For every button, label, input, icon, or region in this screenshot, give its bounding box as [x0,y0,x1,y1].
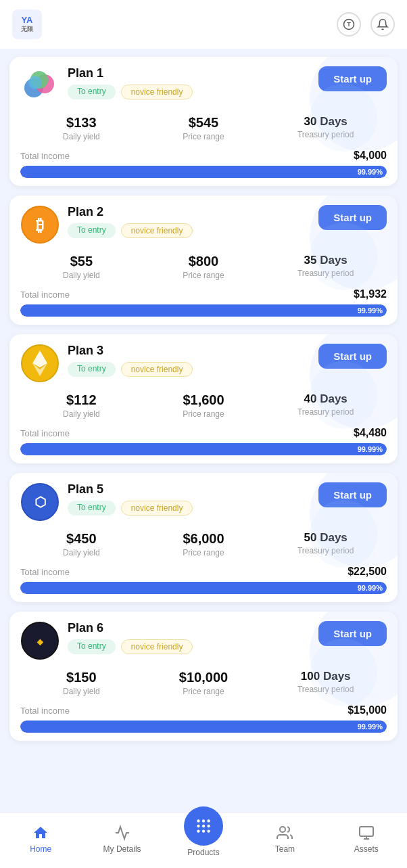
my-details-icon [113,823,132,842]
daily-yield-value-plan1: $133 [66,115,97,131]
total-income-label-plan1: Total income [20,151,70,161]
chat-icon[interactable]: T [337,12,361,37]
plan-icon-plan5: ⬡ [20,482,59,522]
treasury-label-plan5: Treasury period [297,546,354,555]
plan-icon-plan1 [20,66,59,106]
plan-name-plan3: Plan 3 [68,344,310,358]
team-icon [275,823,294,842]
svg-point-24 [280,827,285,832]
progress-fill-plan5: 99.99% [20,582,387,594]
stat-daily-yield-plan1: $133 Daily yield [20,115,143,141]
startup-button-plan1[interactable]: Start up [318,66,387,91]
price-range-value-plan5: $6,000 [183,531,224,547]
nav-label-home: Home [30,844,51,854]
progress-text-plan3: 99.99% [358,445,383,453]
plan-card-plan6: ⬥ Plan 6 To entry novice friendly Start … [9,612,398,741]
plan-icon-plan3 [20,344,59,383]
plan-header-plan1: Plan 1 To entry novice friendly [68,66,310,99]
total-income-row-plan6: Total income $15,000 [20,704,387,716]
startup-button-plan5[interactable]: Start up [318,482,387,507]
progress-fill-plan6: 99.99% [20,721,387,733]
svg-text:₿: ₿ [36,216,44,234]
nav-item-team[interactable]: Team [244,823,325,854]
treasury-value-plan3: 40 Days [304,392,348,406]
total-income-value-plan5: $22,500 [348,566,387,578]
price-range-label-plan2: Price range [183,271,224,280]
price-range-label-plan3: Price range [183,409,224,419]
assets-icon [357,823,376,842]
startup-button-plan6[interactable]: Start up [318,621,387,646]
stat-treasury-plan6: 100 Days Treasury period [264,670,387,696]
plan-name-plan6: Plan 6 [68,621,310,635]
svg-rect-25 [360,827,373,836]
plan-card-plan2: ₿ Plan 2 To entry novice friendly Start … [9,196,398,325]
plan-stats-plan6: $150 Daily yield $10,000 Price range 100… [20,670,387,696]
plan-name-plan1: Plan 1 [68,66,310,81]
plan-card-plan5: ⬡ Plan 5 To entry novice friendly Start … [9,473,398,602]
treasury-value-plan2: 35 Days [304,254,348,267]
badge-entry-plan1: To entry [68,85,116,99]
svg-point-19 [202,825,205,827]
header: YA 无限 T [0,0,407,49]
total-income-value-plan3: $4,480 [354,427,387,439]
total-income-label-plan3: Total income [20,428,70,438]
daily-yield-label-plan6: Daily yield [63,687,100,696]
plan-icon-plan6: ⬥ [20,621,59,660]
startup-button-plan3[interactable]: Start up [318,344,387,369]
nav-item-products[interactable]: Products [163,820,244,857]
header-icons: T [337,12,395,37]
svg-point-5 [28,76,42,89]
svg-point-21 [197,829,199,832]
stat-price-range-plan6: $10,000 Price range [143,670,265,696]
treasury-value-plan1: 30 Days [304,115,348,129]
startup-button-plan2[interactable]: Start up [318,205,387,230]
svg-text:T: T [347,21,351,28]
svg-point-18 [197,825,199,827]
nav-label-products: Products [187,848,219,857]
price-range-value-plan1: $545 [189,115,219,131]
svg-point-23 [207,829,210,832]
plan-header-plan3: Plan 3 To entry novice friendly [68,344,310,377]
plan-badges-plan1: To entry novice friendly [68,85,310,99]
plan-badges-plan6: To entry novice friendly [68,639,310,654]
treasury-label-plan6: Treasury period [297,685,354,694]
stat-price-range-plan3: $1,600 Price range [143,392,265,419]
price-range-value-plan6: $10,000 [179,670,228,685]
svg-text:⬥: ⬥ [36,633,44,648]
plan-icon-plan2: ₿ [20,205,59,244]
total-income-row-plan2: Total income $1,932 [20,288,387,300]
stat-treasury-plan3: 40 Days Treasury period [264,392,387,419]
nav-item-home[interactable]: Home [0,823,81,854]
total-income-row-plan5: Total income $22,500 [20,566,387,578]
total-income-row-plan1: Total income $4,000 [20,150,387,162]
svg-point-17 [207,819,210,822]
plan-card-plan3: Plan 3 To entry novice friendly Start up… [9,334,398,463]
bell-icon[interactable] [370,12,395,37]
home-icon [31,823,50,842]
progress-bar-plan5: 99.99% [20,582,387,594]
progress-text-plan5: 99.99% [358,584,383,592]
badge-novice-plan2: novice friendly [121,223,193,238]
logo: YA 无限 [12,9,42,39]
stat-price-range-plan2: $800 Price range [143,254,265,280]
treasury-value-plan5: 50 Days [304,531,348,545]
plan-badges-plan5: To entry novice friendly [68,501,310,516]
progress-text-plan6: 99.99% [358,723,383,731]
nav-label-my-details: My Details [103,844,141,854]
bottom-navigation: Home My Details Products T [0,813,407,868]
svg-text:⬡: ⬡ [34,495,46,509]
badge-novice-plan1: novice friendly [121,85,193,99]
svg-point-16 [202,819,205,822]
progress-text-plan2: 99.99% [358,306,383,315]
total-income-value-plan2: $1,932 [354,288,387,300]
stat-daily-yield-plan2: $55 Daily yield [20,254,143,280]
price-range-label-plan6: Price range [183,687,224,696]
daily-yield-label-plan1: Daily yield [63,132,100,141]
plan-header-plan5: Plan 5 To entry novice friendly [68,482,310,516]
products-center-button[interactable] [184,806,223,846]
nav-item-assets[interactable]: Assets [326,823,407,854]
stat-daily-yield-plan3: $112 Daily yield [20,392,143,419]
plan-header-plan6: Plan 6 To entry novice friendly [68,621,310,654]
nav-item-my-details[interactable]: My Details [81,823,162,854]
svg-point-22 [202,829,205,832]
